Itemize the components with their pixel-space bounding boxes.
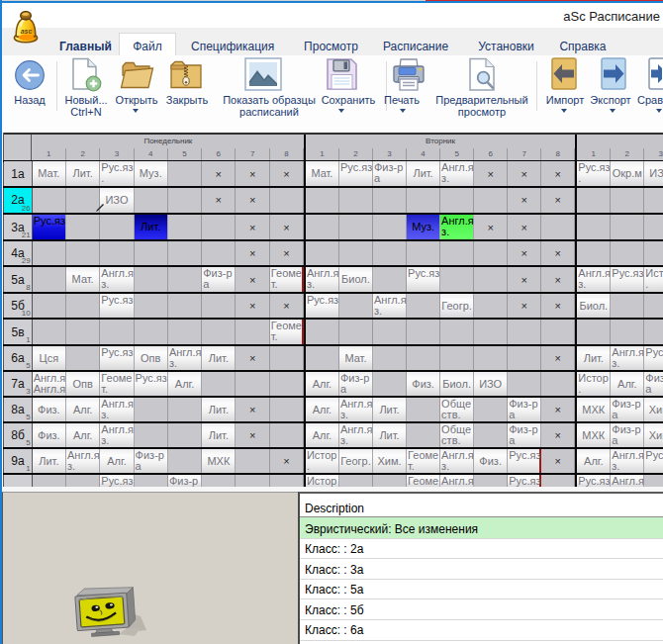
svg-text:asc: asc <box>21 28 33 35</box>
